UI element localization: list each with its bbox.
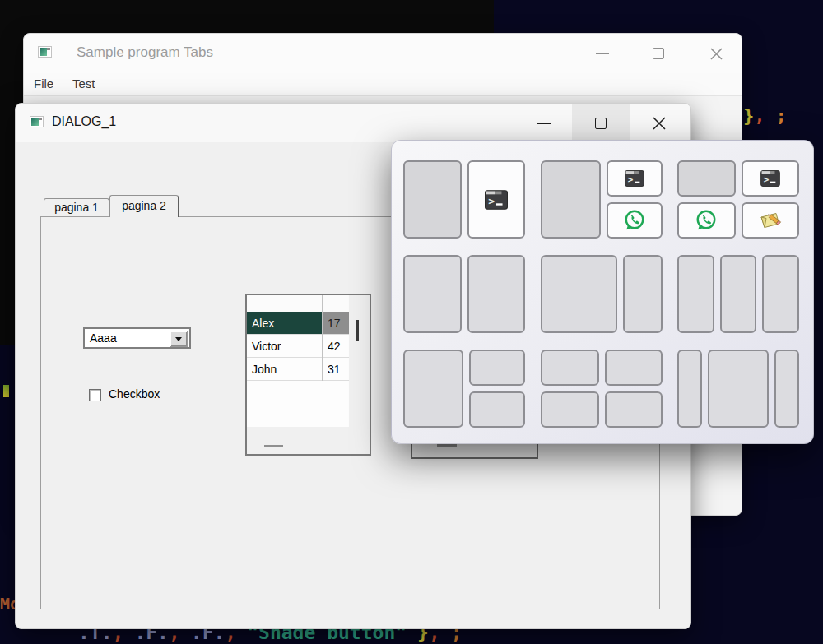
snap-zone[interactable] <box>469 391 526 428</box>
close-icon <box>653 117 666 130</box>
code-token: , <box>754 105 765 126</box>
scrollbar-thumb[interactable] <box>264 445 283 447</box>
column-divider <box>322 295 323 381</box>
whatsapp-icon <box>623 209 646 232</box>
code-line-right: },; <box>743 105 787 126</box>
minimize-button[interactable] <box>531 110 557 137</box>
checkbox-label[interactable]: Checkbox <box>109 387 160 401</box>
snap-zone[interactable] <box>677 255 714 333</box>
snap-zone[interactable] <box>403 350 463 428</box>
scrollbar-thumb[interactable] <box>356 320 359 341</box>
table-header <box>247 295 349 313</box>
snap-zone[interactable] <box>774 350 799 428</box>
snap-zone-current[interactable] <box>403 160 462 239</box>
menu-bar <box>24 73 742 95</box>
snap-zone-suggestion[interactable]: > <box>742 160 800 197</box>
checkbox[interactable] <box>89 389 101 401</box>
snap-layout-two-halves <box>403 255 525 333</box>
svg-text:>: > <box>764 174 770 185</box>
snap-zone[interactable] <box>762 255 799 333</box>
snap-layout-four-quarters <box>541 350 663 428</box>
cell-value: 42 <box>322 335 349 358</box>
maximize-icon <box>595 118 607 129</box>
code-fragment <box>3 385 9 397</box>
close-icon <box>710 48 723 60</box>
vertical-scrollbar[interactable] <box>349 295 370 427</box>
cell-name: Victor <box>247 335 322 358</box>
terminal-icon: > <box>485 190 508 210</box>
snap-layout-wide-narrow <box>541 255 663 333</box>
table-row[interactable]: Alex 17 <box>247 312 349 335</box>
table-row[interactable]: John 31 <box>247 358 349 381</box>
close-button[interactable] <box>703 40 729 67</box>
svg-text:>: > <box>488 194 495 206</box>
snap-zone-suggestion[interactable] <box>607 202 663 239</box>
main-titlebar[interactable]: Sample program Tabs <box>24 34 742 73</box>
code-token: ; <box>776 105 787 126</box>
minimize-button[interactable] <box>589 40 616 67</box>
snap-zone-suggestion[interactable]: > <box>607 160 663 197</box>
minimize-icon <box>596 53 609 54</box>
snap-zone-suggestion[interactable] <box>677 202 736 239</box>
maximize-button[interactable] <box>588 110 614 137</box>
snap-layout-four-quarters: > <box>677 160 799 239</box>
snap-zone[interactable] <box>541 350 599 386</box>
snap-layouts-panel: > > <box>391 140 814 444</box>
code-token: } <box>743 105 754 126</box>
app-icon <box>38 46 52 58</box>
snap-layout-half-and-quarters: > <box>541 160 663 239</box>
background-terminal-black-strip <box>0 103 15 345</box>
horizontal-scrollbar[interactable] <box>247 427 370 454</box>
snap-zone[interactable] <box>605 350 663 386</box>
snap-zone[interactable] <box>541 255 617 333</box>
snap-zone[interactable] <box>469 350 526 386</box>
table-row[interactable]: Victor 42 <box>247 335 349 358</box>
cell-value: 31 <box>322 358 349 381</box>
data-table: Alex 17 Victor 42 John 31 <box>245 294 371 456</box>
combobox-dropdown-button[interactable] <box>170 331 188 347</box>
tab-pagina-1[interactable]: pagina 1 <box>44 198 109 216</box>
snap-layout-three-columns <box>677 255 799 333</box>
main-window-title: Sample program Tabs <box>77 44 213 61</box>
close-button[interactable] <box>646 110 672 137</box>
dialog-titlebar[interactable]: DIALOG_1 <box>16 104 690 142</box>
snap-zone-current[interactable] <box>677 160 736 197</box>
maximize-icon <box>653 48 664 59</box>
chevron-down-icon <box>175 337 182 341</box>
snap-zone[interactable] <box>403 255 462 333</box>
dialog-title: DIALOG_1 <box>52 114 116 129</box>
terminal-icon: > <box>760 170 780 187</box>
snap-zone-suggestion[interactable]: > <box>467 160 526 239</box>
snap-zone[interactable] <box>677 350 702 428</box>
notes-pencil-icon <box>758 210 783 231</box>
app-icon <box>30 116 44 127</box>
minimize-icon <box>537 123 551 124</box>
cell-name: John <box>247 358 322 381</box>
snap-zone[interactable] <box>541 391 599 428</box>
snap-zone-current[interactable] <box>541 160 601 239</box>
svg-text:>: > <box>628 174 634 185</box>
terminal-icon: > <box>625 170 644 187</box>
snap-zone[interactable] <box>623 255 663 333</box>
snap-layout-two-halves: > <box>403 160 525 239</box>
snap-layout-side-main-side <box>677 350 799 428</box>
cell-name: Alex <box>247 312 322 335</box>
menu-item-file[interactable]: File <box>34 76 53 90</box>
maximize-button[interactable] <box>645 40 672 67</box>
snap-zone[interactable] <box>720 255 757 333</box>
cell-value: 17 <box>322 312 349 335</box>
combobox[interactable]: Aaaa <box>83 327 191 349</box>
menu-item-test[interactable]: Test <box>72 76 95 90</box>
snap-zone[interactable] <box>467 255 526 333</box>
menu-divider <box>24 95 742 96</box>
snap-zone[interactable] <box>708 350 770 428</box>
snap-zone[interactable] <box>605 391 663 428</box>
whatsapp-icon <box>695 209 718 232</box>
combobox-value: Aaaa <box>90 331 117 345</box>
snap-layout-half-and-quarters <box>403 350 525 428</box>
scrollbar-thumb[interactable] <box>437 444 457 447</box>
tab-pagina-2[interactable]: pagina 2 <box>109 195 179 217</box>
snap-zone-suggestion[interactable] <box>742 202 800 239</box>
